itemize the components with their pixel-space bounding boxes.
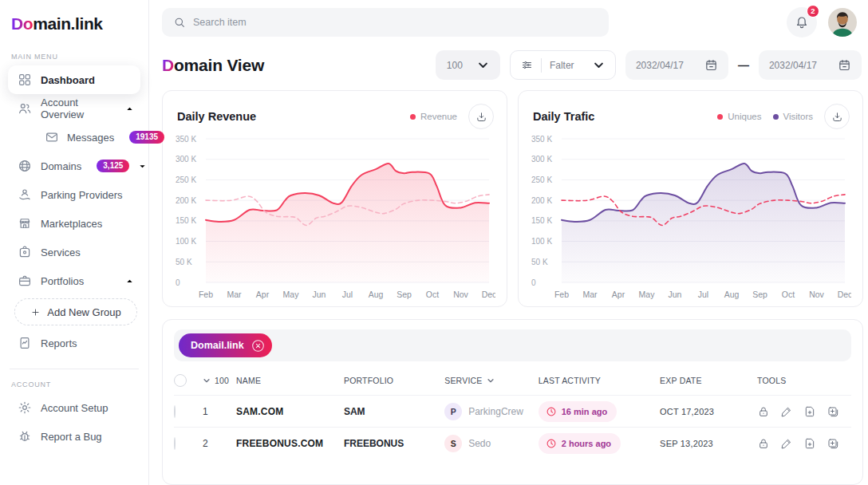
- chevron-down-icon: [203, 377, 211, 384]
- svg-text:Dec: Dec: [838, 290, 851, 299]
- chevron-down-icon: [477, 59, 489, 71]
- column-exp-date[interactable]: EXP DATE: [660, 376, 757, 385]
- lock-icon[interactable]: [757, 437, 770, 450]
- app-root: Domain.link MAIN MENU Dashboard Account …: [0, 0, 868, 485]
- sidebar-item-report-bug[interactable]: Report a Bug: [8, 422, 140, 451]
- exp-date: SEP 13,2023: [660, 439, 757, 448]
- sidebar-item-label: Reports: [41, 337, 77, 349]
- bug-icon: [18, 429, 32, 444]
- download-icon: [831, 111, 843, 123]
- chevron-down-icon: [593, 59, 605, 71]
- sidebar-item-messages[interactable]: Messages 19135: [8, 123, 140, 152]
- svg-text:0: 0: [176, 278, 180, 287]
- svg-text:250 K: 250 K: [531, 175, 552, 184]
- svg-text:50 K: 50 K: [531, 258, 548, 266]
- calendar-icon: [838, 58, 851, 72]
- sidebar-item-label: Account Setup: [41, 402, 108, 414]
- domain-name: SAM.COM: [236, 406, 344, 417]
- column-name[interactable]: NAME: [236, 376, 344, 385]
- exp-date: OCT 17,2023: [660, 407, 757, 416]
- svg-text:Apr: Apr: [256, 290, 270, 299]
- app-logo: Domain.link: [8, 11, 140, 41]
- date-range-separator: —: [738, 59, 749, 72]
- filter-tag[interactable]: Domail.link: [179, 333, 272, 357]
- file-add-icon[interactable]: [803, 437, 816, 450]
- daily-revenue-card: Daily Revenue Revenue 350 K300 K250 K200…: [162, 90, 507, 307]
- close-icon[interactable]: [251, 338, 266, 353]
- svg-text:Oct: Oct: [782, 290, 795, 299]
- user-avatar[interactable]: [828, 8, 857, 37]
- add-new-group-button[interactable]: Add New Group: [14, 298, 137, 325]
- svg-text:350 K: 350 K: [531, 135, 552, 144]
- select-all-checkbox[interactable]: [174, 374, 187, 387]
- people-icon: [18, 101, 32, 116]
- notifications-button[interactable]: 2: [787, 7, 817, 37]
- duplicate-add-icon[interactable]: [827, 437, 839, 450]
- column-last-activity[interactable]: LAST ACTIVITY: [539, 376, 660, 385]
- dashboard-icon: [18, 73, 32, 87]
- gear-icon: [18, 400, 32, 415]
- date-from-value: 2032/04/17: [636, 60, 684, 71]
- svg-text:0: 0: [531, 278, 536, 287]
- chart-header: Daily Revenue Revenue: [174, 102, 495, 129]
- sidebar-item-domains[interactable]: Domains 3,125: [8, 152, 140, 180]
- search-bar[interactable]: [162, 8, 609, 37]
- row-checkbox[interactable]: [174, 405, 176, 418]
- svg-text:150 K: 150 K: [531, 216, 552, 225]
- row-checkbox[interactable]: [174, 437, 176, 450]
- plus-icon: [30, 307, 41, 317]
- svg-text:Mar: Mar: [227, 290, 242, 299]
- column-service[interactable]: SERVICE: [444, 376, 539, 385]
- filter-dropdown[interactable]: Falter: [510, 50, 616, 80]
- domains-count-badge: 3,125: [97, 160, 129, 172]
- sidebar-item-dashboard[interactable]: Dashboard: [8, 65, 140, 94]
- topbar: 2: [162, 0, 863, 44]
- sidebar-item-portfolios[interactable]: Portfolios: [8, 266, 140, 295]
- svg-text:Jun: Jun: [313, 290, 326, 299]
- clock-icon: [546, 438, 557, 449]
- sidebar-item-services[interactable]: Services: [8, 238, 140, 266]
- page-size-select[interactable]: 100: [436, 50, 500, 80]
- row-number: 2: [203, 438, 236, 449]
- avatar-image: [828, 8, 857, 37]
- search-input[interactable]: [193, 17, 598, 28]
- sidebar-item-account-overview[interactable]: Account Overview: [8, 94, 140, 123]
- sidebar-item-reports[interactable]: Reports: [8, 329, 140, 357]
- bell-icon: [795, 15, 809, 30]
- sidebar-item-parking-providers[interactable]: Parking Providers: [8, 180, 140, 209]
- download-chart-button[interactable]: [824, 104, 850, 129]
- date-from-picker[interactable]: 2032/04/17: [625, 50, 728, 80]
- sidebar-item-label: Services: [41, 246, 81, 258]
- chart-title: Daily Revenue: [177, 110, 256, 123]
- column-portfolio[interactable]: PORTFOLIO: [344, 376, 444, 385]
- table-row[interactable]: 1 SAM.COM SAM P ParkingCrew 16 min ago O…: [174, 395, 851, 427]
- svg-text:Mar: Mar: [582, 290, 598, 299]
- service-name: ParkingCrew: [468, 406, 523, 417]
- svg-text:50 K: 50 K: [176, 258, 192, 266]
- duplicate-add-icon[interactable]: [827, 405, 839, 418]
- sidebar-item-label: Marketplaces: [41, 218, 102, 230]
- edit-icon[interactable]: [780, 437, 793, 450]
- date-to-picker[interactable]: 2032/04/17: [759, 50, 862, 80]
- svg-text:250 K: 250 K: [176, 175, 196, 184]
- sidebar-item-marketplaces[interactable]: Marketplaces: [8, 209, 140, 238]
- svg-text:Aug: Aug: [724, 290, 740, 299]
- file-add-icon[interactable]: [803, 405, 816, 418]
- table-row[interactable]: 2 FREEBONUS.COM FREEBONUS S Sedo 2 hours…: [174, 427, 851, 459]
- daily-trafic-card: Daily Trafic Uniques Visitors 350 K300 K…: [518, 90, 863, 307]
- svg-text:Dec: Dec: [482, 290, 495, 299]
- service-initial-badge: P: [444, 403, 462, 420]
- edit-icon[interactable]: [780, 405, 793, 418]
- svg-text:Feb: Feb: [199, 290, 213, 299]
- page-title: Domain View: [162, 56, 264, 75]
- column-count[interactable]: 100: [203, 376, 236, 385]
- sidebar-item-account-setup[interactable]: Account Setup: [8, 393, 140, 422]
- charts-row: Daily Revenue Revenue 350 K300 K250 K200…: [162, 90, 863, 307]
- legend-dot: [717, 114, 723, 120]
- filter-divider: [541, 58, 542, 73]
- portfolio-name: SAM: [344, 406, 444, 417]
- svg-text:300 K: 300 K: [531, 155, 552, 164]
- download-chart-button[interactable]: [468, 104, 494, 129]
- lock-icon[interactable]: [757, 405, 770, 418]
- sidebar-item-label: Report a Bug: [41, 431, 102, 443]
